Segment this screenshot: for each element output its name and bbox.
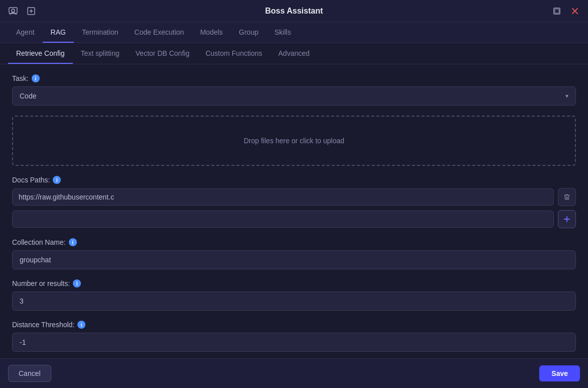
number-of-results-label: Number or results: i: [12, 279, 576, 287]
docs-path-input-1[interactable]: [12, 188, 554, 206]
save-button[interactable]: Save: [539, 365, 580, 381]
number-of-results-label-text: Number or results:: [12, 279, 70, 287]
collection-name-input[interactable]: [12, 250, 576, 269]
delete-docs-path-btn-1[interactable]: [558, 188, 576, 206]
docs-paths-group: Docs Paths: i: [12, 176, 576, 228]
app-title: Boss Assistant: [265, 7, 323, 16]
title-bar-right: [550, 4, 582, 18]
sub-tab-vector-db-config[interactable]: Vector DB Config: [128, 43, 198, 64]
task-label-text: Task:: [12, 74, 29, 82]
title-bar: Boss Assistant: [0, 0, 588, 22]
sub-tab-text-splitting[interactable]: Text splitting: [73, 43, 128, 64]
add-docs-path-btn[interactable]: [558, 210, 576, 228]
task-dropdown[interactable]: Code ▾: [12, 86, 576, 106]
nav-tab-code-execution[interactable]: Code Execution: [126, 22, 192, 43]
distance-threshold-info-icon[interactable]: i: [77, 321, 85, 329]
nav-tab-termination[interactable]: Termination: [74, 22, 126, 43]
number-of-results-input[interactable]: [12, 292, 576, 311]
task-dropdown-arrow: ▾: [565, 92, 568, 100]
nav-tab-skills[interactable]: Skills: [266, 22, 299, 43]
sub-tab-advanced[interactable]: Advanced: [270, 43, 318, 64]
docs-paths-label: Docs Paths: i: [12, 176, 576, 184]
task-dropdown-value: Code: [20, 92, 36, 100]
collection-name-group: Collection Name: i: [12, 238, 576, 269]
agent-icon-btn[interactable]: [6, 4, 20, 18]
nav-tabs: Agent RAG Termination Code Execution Mod…: [0, 22, 588, 43]
sub-tabs: Retrieve Config Text splitting Vector DB…: [0, 43, 588, 64]
nav-tab-agent[interactable]: Agent: [8, 22, 43, 43]
docs-path-input-2[interactable]: [12, 211, 554, 228]
close-btn[interactable]: [568, 4, 582, 18]
title-bar-left: [6, 4, 38, 18]
task-info-icon[interactable]: i: [32, 74, 40, 82]
collection-name-label: Collection Name: i: [12, 238, 576, 246]
sub-tab-retrieve-config[interactable]: Retrieve Config: [8, 43, 73, 64]
distance-threshold-label-text: Distance Threshold:: [12, 321, 74, 329]
maximize-btn[interactable]: [550, 4, 564, 18]
cancel-button[interactable]: Cancel: [8, 365, 51, 382]
task-label: Task: i: [12, 74, 576, 82]
bottom-bar: Cancel Save: [0, 358, 588, 388]
number-of-results-group: Number or results: i: [12, 279, 576, 311]
task-group: Task: i Code ▾: [12, 74, 576, 106]
svg-rect-4: [555, 9, 559, 13]
collection-name-label-text: Collection Name:: [12, 238, 66, 246]
distance-threshold-group: Distance Threshold: i: [12, 321, 576, 352]
new-tab-icon-btn[interactable]: [24, 4, 38, 18]
docs-paths-info-icon[interactable]: i: [53, 176, 61, 184]
distance-threshold-label: Distance Threshold: i: [12, 321, 576, 329]
nav-tab-group[interactable]: Group: [231, 22, 266, 43]
sub-tab-custom-functions[interactable]: Custom Functions: [198, 43, 270, 64]
docs-path-row-1: [12, 188, 576, 206]
number-of-results-info-icon[interactable]: i: [73, 279, 81, 287]
docs-path-row-2: [12, 210, 576, 228]
upload-zone-text: Drop files here or click to upload: [244, 137, 344, 145]
nav-tab-models[interactable]: Models: [192, 22, 231, 43]
nav-tab-rag[interactable]: RAG: [43, 22, 74, 43]
content-area: Task: i Code ▾ Drop files here or click …: [0, 64, 588, 358]
docs-paths-label-text: Docs Paths:: [12, 176, 50, 184]
distance-threshold-input[interactable]: [12, 333, 576, 352]
collection-name-info-icon[interactable]: i: [69, 238, 77, 246]
svg-point-1: [12, 9, 15, 12]
upload-zone[interactable]: Drop files here or click to upload: [12, 116, 576, 166]
